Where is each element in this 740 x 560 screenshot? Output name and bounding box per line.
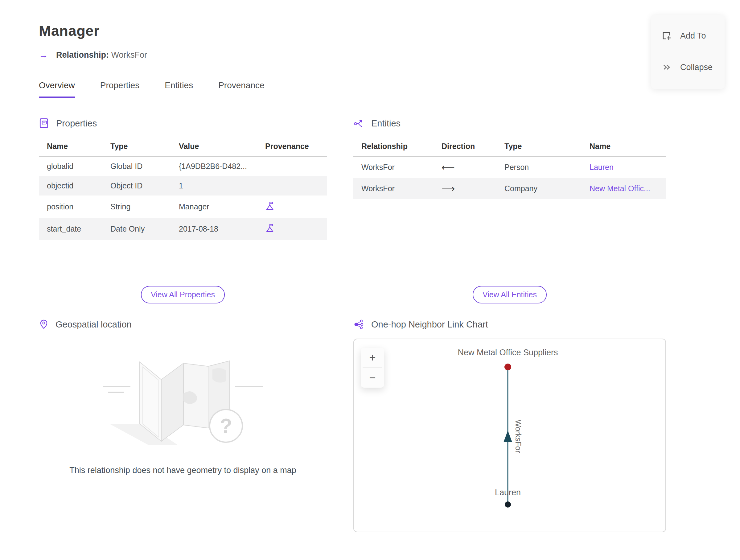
property-value: 1: [176, 176, 262, 195]
link-chart-section-header: One-hop Neighbor Link Chart: [353, 317, 666, 331]
view-all-entities-button[interactable]: View All Entities: [473, 286, 547, 303]
direction-left-arrow-icon: ⟵: [442, 162, 455, 172]
page-header: Manager → Relationship: WorksFor: [0, 0, 740, 60]
property-provenance: [262, 176, 327, 195]
property-value: {1A9DB2B6-D482...: [176, 157, 262, 176]
property-type: String: [107, 195, 176, 218]
double-chevron-right-icon: [661, 62, 672, 73]
entities-section-header: Entities: [353, 116, 666, 130]
property-name: globalid: [39, 157, 107, 176]
property-name: objectid: [39, 176, 107, 195]
table-row: objectid Object ID 1: [39, 176, 327, 195]
property-name: position: [39, 195, 107, 218]
link-chart-panel[interactable]: New Metal Office Suppliers WorksFor Laur…: [353, 339, 666, 532]
table-row: start_date Date Only 2017-08-18: [39, 218, 327, 240]
properties-table-header-row: Name Type Value Provenance: [39, 137, 327, 157]
properties-table-zone: Name Type Value Provenance globalid Glob…: [39, 137, 327, 303]
properties-table: Name Type Value Provenance globalid Glob…: [39, 137, 327, 240]
col-header-provenance: Provenance: [262, 137, 327, 157]
relationship-value: WorksFor: [111, 50, 148, 60]
person-node[interactable]: [505, 501, 511, 507]
table-row: WorksFor ⟶ Company New Metal Offic...: [353, 178, 666, 199]
relationship-label: Relationship:: [56, 50, 109, 60]
tab-properties[interactable]: Properties: [100, 81, 140, 98]
relationship-subtitle: → Relationship: WorksFor: [39, 50, 740, 60]
company-node[interactable]: [504, 364, 511, 370]
col-header-type: Type: [107, 137, 176, 157]
zoom-control: + −: [361, 348, 384, 388]
question-mark-glyph: ?: [220, 414, 232, 437]
property-type: Object ID: [107, 176, 176, 195]
add-to-label: Add To: [680, 31, 706, 41]
entity-name-link[interactable]: Lauren: [589, 163, 614, 172]
col-header-name: Name: [586, 137, 666, 157]
edge-arrowhead: [503, 431, 512, 442]
entity-detail-page: Add To Collapse Manager → Relationship: …: [0, 0, 740, 560]
direction-right-arrow-icon: ⟶: [442, 183, 455, 194]
zoom-out-button[interactable]: −: [361, 368, 384, 388]
entity-type: Company: [501, 178, 586, 199]
property-value: Manager: [176, 195, 262, 218]
table-row: WorksFor ⟵ Person Lauren: [353, 157, 666, 178]
floating-actions-panel: Add To Collapse: [651, 15, 725, 89]
entities-table-header-row: Relationship Direction Type Name: [353, 137, 666, 157]
entity-name-link[interactable]: New Metal Offic...: [589, 184, 650, 193]
property-provenance: [262, 218, 327, 240]
col-header-value: Value: [176, 137, 262, 157]
tab-entities[interactable]: Entities: [165, 81, 193, 98]
table-row: globalid Global ID {1A9DB2B6-D482...: [39, 157, 327, 176]
bottom-node-label: Lauren: [495, 488, 521, 497]
col-header-name: Name: [39, 137, 107, 157]
entity-relationship: WorksFor: [353, 178, 439, 199]
tab-overview[interactable]: Overview: [39, 81, 75, 98]
view-all-properties-button[interactable]: View All Properties: [141, 286, 225, 303]
link-chart-section-title: One-hop Neighbor Link Chart: [371, 319, 488, 330]
zoom-in-button[interactable]: +: [361, 348, 384, 368]
entity-relationship: WorksFor: [353, 157, 439, 178]
no-geometry-message: This relationship does not have geometry…: [39, 466, 327, 475]
property-name: start_date: [39, 218, 107, 240]
properties-section-title: Properties: [56, 118, 97, 128]
entity-type: Person: [501, 157, 586, 178]
properties-icon: [39, 118, 49, 129]
map-pin-icon: [39, 319, 49, 330]
empty-map-illustration: ?: [103, 347, 263, 446]
collapse-label: Collapse: [680, 63, 713, 72]
geospatial-section-header: Geospatial location: [39, 317, 327, 331]
entities-graph-icon: [353, 118, 364, 128]
property-value: 2017-08-18: [176, 218, 262, 240]
property-type: Global ID: [107, 157, 176, 176]
edge-label: WorksFor: [514, 420, 523, 453]
link-chart-graph: New Metal Office Suppliers WorksFor Laur…: [354, 339, 665, 532]
entities-table: Relationship Direction Type Name WorksFo…: [353, 137, 666, 199]
col-header-relationship: Relationship: [353, 137, 439, 157]
add-to-button[interactable]: Add To: [651, 26, 725, 45]
collapse-button[interactable]: Collapse: [651, 58, 725, 77]
provenance-flag-icon[interactable]: [265, 201, 274, 211]
entities-table-zone: Relationship Direction Type Name WorksFo…: [353, 137, 666, 303]
entities-section-title: Entities: [371, 118, 400, 128]
col-header-direction: Direction: [439, 137, 501, 157]
table-row: position String Manager: [39, 195, 327, 218]
property-provenance: [262, 195, 327, 218]
relationship-arrow-icon: →: [39, 50, 48, 60]
col-header-type: Type: [501, 137, 586, 157]
geospatial-section-title: Geospatial location: [56, 319, 132, 330]
property-provenance: [262, 157, 327, 176]
add-to-icon: [661, 30, 672, 41]
detail-tabs: Overview Properties Entities Provenance: [39, 81, 740, 98]
properties-section-header: Properties: [39, 116, 327, 130]
top-node-label: New Metal Office Suppliers: [458, 348, 558, 357]
link-chart-icon: [353, 319, 364, 330]
provenance-flag-icon[interactable]: [265, 223, 274, 233]
page-title: Manager: [39, 22, 740, 39]
property-type: Date Only: [107, 218, 176, 240]
tab-provenance[interactable]: Provenance: [218, 81, 264, 98]
